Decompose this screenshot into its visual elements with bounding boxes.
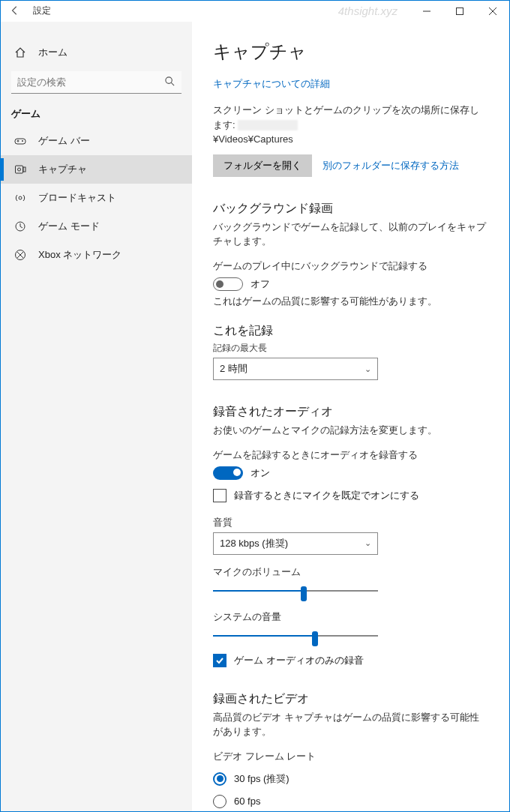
fps-60-radio[interactable] <box>213 795 226 808</box>
audio-quality-value: 128 kbps (推奨) <box>220 537 288 550</box>
audio-toggle-state: オン <box>250 466 270 480</box>
svg-point-4 <box>166 77 172 83</box>
max-length-value: 2 時間 <box>220 362 248 376</box>
bg-desc: バックグラウンドでゲームを記録して、以前のプレイをキャプチャします。 <box>213 220 488 249</box>
mic-volume-label: マイクのボリューム <box>213 565 488 579</box>
record-this-heading: これを記録 <box>213 323 488 339</box>
home-label: ホーム <box>38 46 68 59</box>
search-input[interactable] <box>11 71 182 94</box>
sidebar-item-broadcast[interactable]: ブロードキャスト <box>1 184 192 212</box>
minimize-button[interactable] <box>410 1 443 22</box>
home-link[interactable]: ホーム <box>1 40 192 65</box>
fps-30-label: 30 fps (推奨) <box>234 772 290 786</box>
bg-heading: バックグラウンド録画 <box>213 201 488 217</box>
audio-quality-label: 音質 <box>213 516 488 529</box>
sidebar-item-label: ゲーム バー <box>38 134 90 148</box>
xbox-icon <box>14 249 28 261</box>
chevron-down-icon: ⌄ <box>364 364 371 374</box>
sidebar-item-label: Xbox ネットワーク <box>38 248 122 262</box>
bg-toggle-label: ゲームのプレイ中にバックグラウンドで記録する <box>213 259 488 273</box>
back-button[interactable] <box>0 0 30 21</box>
system-volume-label: システムの音量 <box>213 610 488 624</box>
sidebar-item-capture[interactable]: キャプチャ <box>1 155 192 184</box>
video-desc: 高品質のビデオ キャプチャはゲームの品質に影響する可能性があります。 <box>213 710 488 739</box>
maximize-button[interactable] <box>443 1 476 22</box>
content-pane: キャプチャ キャプチャについての詳細 スクリーン ショットとゲームのクリップを次… <box>192 22 509 811</box>
sidebar-item-gamemode[interactable]: ゲーム モード <box>1 212 192 241</box>
chevron-down-icon: ⌄ <box>364 538 371 548</box>
audio-quality-select[interactable]: 128 kbps (推奨) ⌄ <box>213 532 378 555</box>
svg-rect-12 <box>23 167 26 172</box>
gamemode-icon <box>14 220 28 232</box>
audio-desc: お使いのゲームとマイクの記録方法を変更します。 <box>213 423 488 438</box>
search-icon <box>164 76 176 87</box>
sidebar-item-xbox[interactable]: Xbox ネットワーク <box>1 241 192 269</box>
close-button[interactable] <box>476 1 509 22</box>
audio-toggle-label: ゲームを記録するときにオーディオを録音する <box>213 448 488 462</box>
fps-30-radio[interactable] <box>213 772 226 786</box>
framerate-label: ビデオ フレーム レート <box>213 750 488 763</box>
svg-point-7 <box>22 140 23 142</box>
redacted-user <box>238 120 298 130</box>
fps-60-label: 60 fps <box>234 796 260 807</box>
sidebar-item-label: キャプチャ <box>38 163 87 176</box>
svg-rect-1 <box>457 8 464 15</box>
svg-line-16 <box>20 226 22 228</box>
mic-volume-slider[interactable] <box>213 582 378 600</box>
bg-record-toggle[interactable] <box>213 277 243 291</box>
svg-line-5 <box>171 82 174 85</box>
max-length-select[interactable]: 2 時間 ⌄ <box>213 358 378 380</box>
sidebar-item-gamebar[interactable]: ゲーム バー <box>1 127 192 155</box>
bg-toggle-state: オフ <box>250 277 270 291</box>
mic-default-checkbox[interactable] <box>213 489 226 502</box>
capture-icon <box>14 163 28 175</box>
svg-point-13 <box>19 196 22 199</box>
sidebar-item-label: ブロードキャスト <box>38 191 116 205</box>
system-volume-slider[interactable] <box>213 627 378 645</box>
svg-rect-6 <box>15 139 26 144</box>
sidebar: ホーム ゲーム ゲーム バー キャプチャ ブロードキャスト ゲーム モード <box>1 22 192 811</box>
home-icon <box>14 46 28 58</box>
details-link[interactable]: キャプチャについての詳細 <box>213 77 488 91</box>
game-audio-only-checkbox[interactable] <box>213 654 226 667</box>
open-folder-button[interactable]: フォルダーを開く <box>213 154 312 177</box>
max-length-label: 記録の最大長 <box>213 342 488 355</box>
broadcast-icon <box>14 192 28 204</box>
audio-heading: 録音されたオーディオ <box>213 404 488 420</box>
other-folder-link[interactable]: 別のフォルダーに保存する方法 <box>322 159 459 172</box>
category-header: ゲーム <box>1 107 192 121</box>
window-title: 設定 <box>33 4 51 17</box>
sidebar-item-label: ゲーム モード <box>38 220 100 233</box>
svg-rect-10 <box>16 166 23 173</box>
save-path: ¥Videos¥Captures <box>213 133 293 145</box>
gamebar-icon <box>14 135 28 147</box>
mic-default-label: 録音するときにマイクを既定でオンにする <box>234 489 419 502</box>
audio-record-toggle[interactable] <box>213 466 243 480</box>
svg-point-11 <box>18 168 21 171</box>
bg-warning: これはゲームの品質に影響する可能性があります。 <box>213 294 488 309</box>
video-heading: 録画されたビデオ <box>213 691 488 707</box>
game-audio-only-label: ゲーム オーディオのみの録音 <box>234 654 364 667</box>
page-title: キャプチャ <box>213 40 488 64</box>
